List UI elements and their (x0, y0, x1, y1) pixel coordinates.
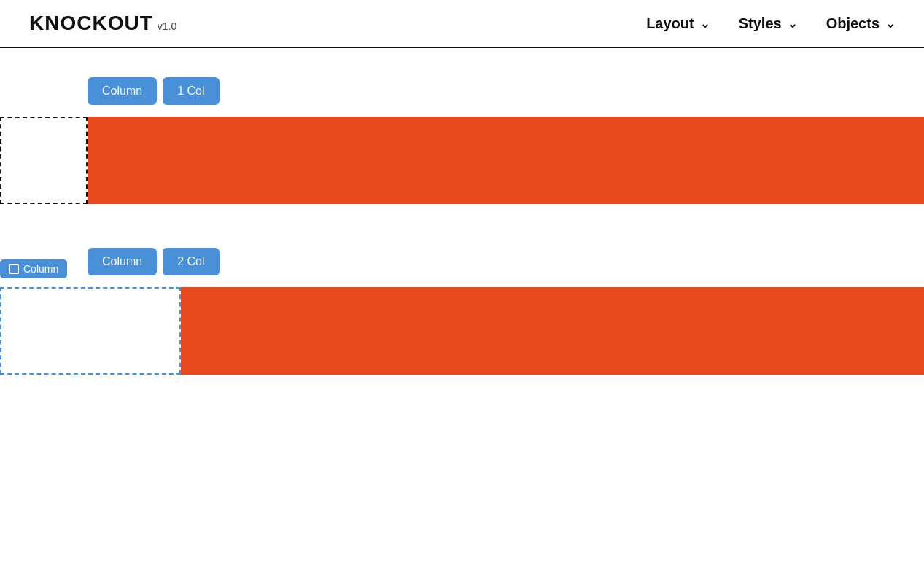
orange-fill-2col (181, 287, 924, 375)
logo-text: KNOCKOUT (29, 12, 153, 35)
nav-label-layout: Layout (646, 15, 694, 32)
layout-row-1col (0, 117, 924, 204)
column-checkbox-icon (9, 264, 19, 274)
nav-item-layout[interactable]: Layout ⌄ (646, 15, 710, 32)
nav-item-styles[interactable]: Styles ⌄ (739, 15, 797, 32)
dashed-box-1col (0, 117, 88, 204)
dashed-box-2col (0, 287, 181, 375)
section2-wrapper: Column (0, 287, 924, 375)
section-2col: Column 2 Col Column (0, 248, 924, 375)
logo-area: KNOCKOUT v1.0 (29, 12, 176, 35)
nav-label-objects: Objects (826, 15, 880, 32)
chevron-down-icon-styles: ⌄ (788, 17, 797, 31)
chevron-down-icon-objects: ⌄ (885, 17, 895, 31)
button-row-1: Column 1 Col (88, 77, 924, 105)
version-text: v1.0 (158, 20, 176, 32)
layout-row-2col (0, 287, 924, 375)
nav-area: Layout ⌄ Styles ⌄ Objects ⌄ (646, 15, 895, 32)
column-badge-label: Column (23, 263, 58, 275)
orange-fill-1col (88, 117, 924, 204)
col-count-button-2[interactable]: 2 Col (163, 248, 219, 275)
header: KNOCKOUT v1.0 Layout ⌄ Styles ⌄ Objects … (0, 0, 924, 48)
section-1col: Column 1 Col (0, 77, 924, 204)
main-content: Column 1 Col Column 2 Col Column (0, 48, 924, 375)
column-button-1[interactable]: Column (88, 77, 157, 105)
column-button-2[interactable]: Column (88, 248, 157, 275)
nav-label-styles: Styles (739, 15, 782, 32)
button-row-2: Column 2 Col (88, 248, 924, 275)
chevron-down-icon-layout: ⌄ (700, 17, 710, 31)
nav-item-objects[interactable]: Objects ⌄ (826, 15, 895, 32)
col-count-button-1[interactable]: 1 Col (163, 77, 219, 105)
column-badge[interactable]: Column (0, 259, 67, 278)
